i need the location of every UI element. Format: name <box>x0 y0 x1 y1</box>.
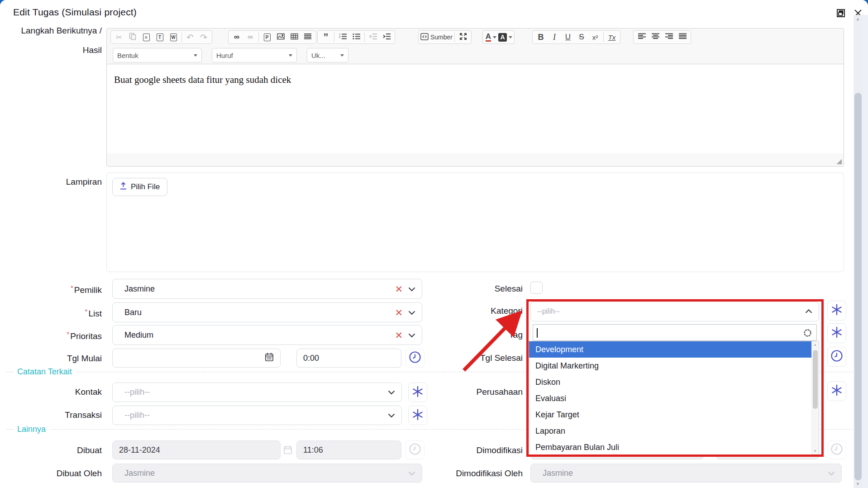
anchor-button[interactable]: P <box>261 31 273 43</box>
kategori-add-button[interactable] <box>827 301 846 321</box>
perusahaan-add-button[interactable] <box>827 381 846 401</box>
restore-window-button[interactable] <box>835 7 847 20</box>
numbered-list-button[interactable]: 12 <box>336 31 349 43</box>
maximize-button[interactable] <box>457 31 469 43</box>
scroll-up-icon[interactable]: ▲ <box>856 17 860 21</box>
kategori-option[interactable]: Evaluasi <box>529 390 819 407</box>
dibuat-time-input: 11:06 <box>296 440 401 459</box>
indent-button[interactable] <box>380 31 393 43</box>
paste-from-word-button[interactable]: W <box>167 31 180 43</box>
underline-button[interactable]: U <box>562 31 574 43</box>
kategori-option[interactable]: Kejar Target <box>529 407 819 423</box>
insert-table-button[interactable] <box>288 31 300 43</box>
tgl-mulai-label: Tgl Mulai <box>0 354 102 364</box>
toolbar-separator <box>454 32 455 42</box>
paste-button[interactable]: ≡ <box>140 31 153 43</box>
pick-file-label: Pilih File <box>131 182 160 191</box>
chevron-down-icon[interactable] <box>388 411 395 420</box>
clear-icon[interactable]: ✕ <box>395 308 403 317</box>
page-scrollbar-thumb[interactable] <box>854 93 862 480</box>
toolbar-separator <box>334 32 334 42</box>
strikethrough-icon: S <box>579 33 584 42</box>
kategori-select[interactable]: --pilih-- <box>530 301 819 321</box>
chevron-up-icon[interactable] <box>805 307 812 316</box>
bold-button[interactable]: B <box>534 31 547 43</box>
align-left-button[interactable] <box>635 31 648 43</box>
superscript-button[interactable]: x² <box>589 31 601 43</box>
align-left-icon <box>638 33 646 41</box>
pick-file-button[interactable]: Pilih File <box>112 178 167 196</box>
modal-title: Edit Tugas (Simulasi project) <box>13 7 137 18</box>
clear-icon[interactable]: ✕ <box>395 330 403 340</box>
paste-as-text-button[interactable]: T <box>153 31 166 43</box>
link-icon: ∞ <box>234 33 239 42</box>
transaksi-select[interactable]: --pilih-- <box>112 406 402 425</box>
kategori-search-input[interactable] <box>533 324 817 341</box>
strikethrough-button[interactable]: S <box>575 31 588 43</box>
blockquote-button[interactable]: ” <box>320 31 332 43</box>
clear-icon[interactable]: ✕ <box>395 284 403 294</box>
fontsize-combo[interactable]: Uk... <box>307 48 348 62</box>
font-combo[interactable]: Huruf <box>212 48 297 62</box>
remove-format-icon: Tx <box>608 33 616 41</box>
scrollbar-thumb[interactable] <box>813 350 818 409</box>
list-select[interactable]: Baru ✕ <box>112 302 422 322</box>
scroll-up-icon[interactable]: ▲ <box>813 343 817 347</box>
kontak-select[interactable]: --pilih-- <box>112 383 402 402</box>
anchor-icon: P <box>264 33 271 41</box>
upload-icon <box>120 182 127 192</box>
calendar-icon[interactable] <box>265 352 274 364</box>
align-justify-button[interactable] <box>676 31 689 43</box>
background-color-button[interactable]: A <box>498 31 512 43</box>
kategori-option[interactable]: Digital Markerting <box>529 358 819 374</box>
svg-text:2: 2 <box>339 36 341 38</box>
kategori-option[interactable]: Diskon <box>529 374 819 390</box>
section-catatan-label: Catatan Terkait <box>17 367 72 377</box>
paragraph-group: ” 12 <box>317 30 395 44</box>
prioritas-select[interactable]: Medium ✕ <box>112 325 422 345</box>
undo-button[interactable]: ↶ <box>184 31 196 43</box>
editor-field-label-line1: Langkah Berikutnya / <box>0 26 102 36</box>
tag-add-button[interactable] <box>827 323 846 343</box>
redo-icon: ↷ <box>200 32 207 43</box>
kontak-label: Kontak <box>0 387 102 397</box>
insert-image-button[interactable] <box>274 31 287 43</box>
tgl-mulai-time-input[interactable]: 0:00 <box>296 349 401 368</box>
align-center-button[interactable] <box>649 31 662 43</box>
italic-button[interactable]: I <box>548 31 561 43</box>
text-color-button[interactable]: A <box>485 31 497 43</box>
horizontal-rule-button[interactable] <box>301 31 314 43</box>
align-right-button[interactable] <box>663 31 675 43</box>
remove-format-button[interactable]: Tx <box>606 31 618 43</box>
transaksi-add-button[interactable] <box>408 406 427 425</box>
selesai-checkbox[interactable] <box>530 282 543 294</box>
format-combo[interactable]: Bentuk <box>113 48 202 62</box>
link-button[interactable]: ∞ <box>230 31 243 43</box>
redo-button[interactable]: ↷ <box>197 31 210 43</box>
scroll-down-icon[interactable]: ▼ <box>856 482 860 486</box>
dropdown-scrollbar[interactable]: ▲ ▼ <box>811 341 819 455</box>
scroll-down-icon[interactable]: ▼ <box>813 449 817 453</box>
section-dash <box>6 429 14 430</box>
cut-button[interactable]: ✂ <box>113 31 125 43</box>
kategori-option[interactable]: Development <box>529 341 819 358</box>
tgl-selesai-clock-button[interactable] <box>827 347 846 367</box>
kategori-option[interactable]: Pembayaran Bulan Juli <box>529 439 819 455</box>
source-button[interactable]: Sumber <box>420 31 453 43</box>
unlink-button[interactable]: ∞ <box>244 31 257 43</box>
list-label: *List <box>0 307 102 319</box>
chevron-down-icon <box>289 54 292 57</box>
copy-button[interactable] <box>126 31 139 43</box>
pemilik-select[interactable]: Jasmine ✕ <box>112 279 422 299</box>
page-scrollbar[interactable]: ▲ ▼ <box>854 15 863 488</box>
kategori-label: Kategori <box>405 306 523 316</box>
attachment-dropzone[interactable]: Pilih File <box>106 172 844 272</box>
bulleted-list-button[interactable] <box>350 31 362 43</box>
outdent-button[interactable] <box>367 31 379 43</box>
tgl-mulai-date-input[interactable] <box>112 349 281 368</box>
format-combo-label: Bentuk <box>117 52 138 59</box>
resize-grip-icon[interactable]: ◢ <box>836 157 842 165</box>
editor-content[interactable]: Buat google sheets data fitur yang sudah… <box>107 64 844 157</box>
kategori-option[interactable]: Laporan <box>529 423 819 439</box>
chevron-down-icon[interactable] <box>388 388 395 397</box>
